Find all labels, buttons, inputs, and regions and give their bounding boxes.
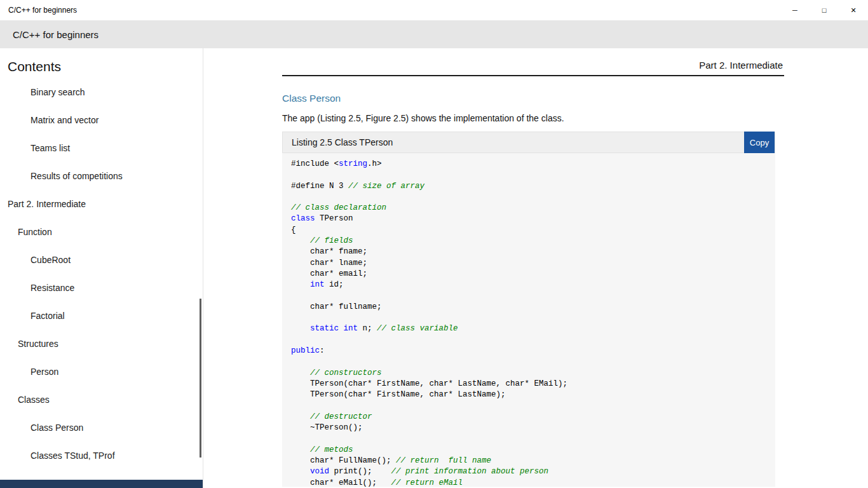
minimize-icon: ─	[792, 7, 797, 14]
sidebar-item-teams-list[interactable]: Teams list	[0, 134, 203, 162]
heading-divider	[282, 75, 784, 76]
code-block: #include <string.h> #define N 3 // size …	[282, 153, 775, 487]
window-title: C/C++ for beginners	[0, 6, 77, 15]
sidebar-item-part-2-intermediate[interactable]: Part 2. Intermediate	[0, 190, 203, 218]
sidebar-item-results-of-competitions[interactable]: Results of competitions	[0, 162, 203, 190]
sidebar-item-classes-tstud-tprof[interactable]: Classes TStud, TProf	[0, 442, 203, 470]
code-line: int id;	[291, 280, 766, 290]
code-line: TPerson(char* FirstName, char* LastName)…	[291, 390, 766, 400]
sidebar-item-classes[interactable]: Classes	[0, 386, 203, 414]
code-line	[291, 170, 766, 180]
window-controls: ─ □ ✕	[780, 0, 868, 20]
code-line	[291, 291, 766, 302]
code-line	[291, 313, 766, 323]
code-line	[291, 356, 766, 367]
close-icon: ✕	[850, 7, 856, 14]
sidebar-item-person[interactable]: Person	[0, 358, 203, 386]
app-header: C/C++ for beginners	[0, 20, 868, 48]
code-line	[291, 335, 766, 346]
code-line: char* fullname;	[291, 302, 766, 313]
code-line: // destructor	[291, 412, 766, 423]
app-window: C/C++ for beginners ─ □ ✕ C/C++ for begi…	[0, 0, 868, 488]
document: Part 2. Intermediate Class Person The ap…	[282, 60, 784, 487]
code-line: #define N 3 // size of array	[291, 181, 766, 192]
sidebar-item-factorial[interactable]: Factorial	[0, 302, 203, 330]
part-heading: Part 2. Intermediate	[282, 60, 784, 71]
code-line: // metods	[291, 445, 766, 456]
sidebar-item-function[interactable]: Function	[0, 218, 203, 246]
listing-caption: Listing 2.5 Class TPerson	[283, 137, 393, 147]
code-line: ~TPerson();	[291, 423, 766, 433]
code-line: void print(); // print information about…	[291, 466, 766, 477]
code-line	[291, 433, 766, 444]
code-line: // class declaration	[291, 203, 766, 214]
code-line: char* FullName(); // return full name	[291, 456, 766, 466]
code-line: char* lname;	[291, 258, 766, 269]
code-line	[291, 192, 766, 203]
code-line: // constructors	[291, 368, 766, 379]
code-line: char* eMail(); // return eMail	[291, 478, 766, 487]
section-heading: Class Person	[282, 93, 784, 104]
sidebar-item-structures[interactable]: Structures	[0, 330, 203, 358]
code-line: // fields	[291, 236, 766, 247]
code-line: TPerson(char* FirstName, char* LastName,…	[291, 379, 766, 390]
sidebar-item-binary-search[interactable]: Binary search	[0, 78, 203, 106]
code-line: class TPerson	[291, 214, 766, 224]
sidebar-item-matrix-and-vector[interactable]: Matrix and vector	[0, 106, 203, 134]
code-line	[291, 401, 766, 412]
content-area: Contents Binary searchMatrix and vectorT…	[0, 48, 868, 488]
title-bar: C/C++ for beginners ─ □ ✕	[0, 0, 868, 20]
sidebar: Contents Binary searchMatrix and vectorT…	[0, 48, 203, 488]
listing-header: Listing 2.5 Class TPerson Copy	[282, 132, 775, 153]
sidebar-scrollbar-thumb[interactable]	[200, 299, 201, 458]
code-listing: Listing 2.5 Class TPerson Copy #include …	[282, 132, 775, 487]
maximize-icon: □	[822, 7, 827, 14]
close-button[interactable]: ✕	[839, 0, 868, 20]
intro-paragraph: The app (Listing 2.5, Figure 2.5) shows …	[282, 113, 784, 123]
contents-title: Contents	[0, 48, 203, 78]
sidebar-item-resistance[interactable]: Resistance	[0, 274, 203, 302]
sidebar-item-class-person[interactable]: Class Person	[0, 414, 203, 442]
app-header-title: C/C++ for beginners	[13, 29, 98, 40]
minimize-button[interactable]: ─	[780, 0, 810, 20]
contents-list: Binary searchMatrix and vectorTeams list…	[0, 78, 203, 470]
code-line: public:	[291, 346, 766, 356]
main-content: Part 2. Intermediate Class Person The ap…	[203, 48, 868, 488]
sidebar-horizontal-scrollbar[interactable]	[0, 480, 203, 488]
code-line: #include <string.h>	[291, 159, 766, 170]
code-line: static int n; // class variable	[291, 323, 766, 334]
code-line: char* email;	[291, 269, 766, 280]
code-line: {	[291, 225, 766, 236]
copy-button[interactable]: Copy	[744, 132, 775, 153]
sidebar-item-cuberoot[interactable]: CubeRoot	[0, 246, 203, 274]
code-line: char* fname;	[291, 247, 766, 257]
maximize-button[interactable]: □	[810, 0, 839, 20]
